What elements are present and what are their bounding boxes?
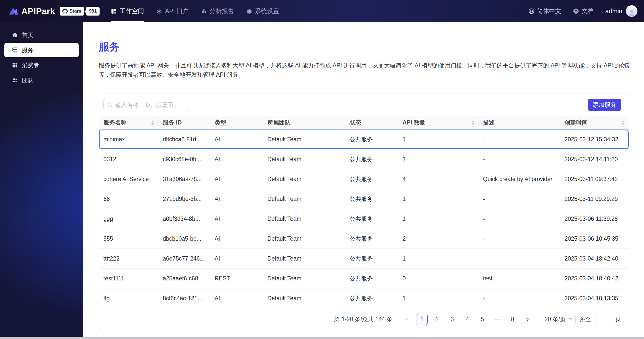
nav-item-label: 工作空间 <box>120 7 144 15</box>
service-api-count: 4 <box>398 176 478 183</box>
horizontal-scrollbar[interactable] <box>0 337 644 339</box>
service-type: AI <box>210 176 263 183</box>
jump-page-input[interactable] <box>595 314 611 325</box>
language-switcher[interactable]: 简体中文 <box>528 7 561 15</box>
consumers-icon <box>12 62 18 68</box>
sidebar-item-services[interactable]: 服务 <box>4 43 79 57</box>
sidebar-item-label: 消费者 <box>22 61 39 69</box>
nav-item-analytics[interactable]: 分析报告 <box>201 0 234 22</box>
search-box <box>103 99 188 111</box>
service-id: 8cf6c4ac-121... <box>158 295 210 302</box>
main-panel: 服务 服务提供了高性能 API 网关，并且可以无缝接入多种大型 AI 模型，并将… <box>83 22 644 337</box>
table-row[interactable]: ggga0bf3d34-8b...AIDefault Team公共服务1-202… <box>99 209 629 229</box>
service-type: AI <box>210 156 263 163</box>
table-header: 服务名称 服务 ID 类型 所属团队 状态 API 数量 描述 创建时间 <box>99 116 629 130</box>
apipark-app: APIPark Stars 991 工作空间 API 门户 分析报告 系统设置 <box>0 0 644 339</box>
column-header-label: 类型 <box>215 119 226 126</box>
next-page-button[interactable]: › <box>522 314 533 325</box>
github-stars-badge[interactable]: Stars 991 <box>60 7 100 16</box>
analytics-icon <box>201 8 207 14</box>
nav-item-portal[interactable]: API 门户 <box>156 0 188 22</box>
sidebar-item-teams[interactable]: 团队 <box>4 73 79 88</box>
nav-item-workspace[interactable]: 工作空间 <box>111 0 144 22</box>
service-status: 公共服务 <box>345 195 398 203</box>
service-team: Default Team <box>263 216 345 222</box>
service-team: Default Team <box>263 275 345 282</box>
page-description-line1: 服务提供了高性能 API 网关，并且可以无缝接入多种大型 AI 模型，并将这些 … <box>99 61 629 70</box>
column-header: 类型 <box>210 116 263 129</box>
page-number-button[interactable]: 5 <box>477 314 488 325</box>
page-size-select[interactable]: 20 条/页 <box>541 314 576 325</box>
service-name: 0312 <box>99 156 158 163</box>
add-service-button[interactable]: 添加服务 <box>588 99 621 111</box>
page-number-button[interactable]: 8 <box>507 314 518 325</box>
brand[interactable]: APIPark <box>8 6 55 16</box>
page-number-button[interactable]: 3 <box>447 314 458 325</box>
service-api-count: 1 <box>398 216 478 222</box>
docs-link[interactable]: ? 文档 <box>573 7 594 15</box>
table-row[interactable]: test1111a25aaef6-c68...RESTDefault Team公… <box>99 269 629 288</box>
service-created: 2025-03-12 15:34:32 <box>560 136 629 143</box>
user-menu[interactable]: admin <box>605 5 637 17</box>
service-type: REST <box>210 275 263 282</box>
page-number-button[interactable]: 2 <box>432 314 443 325</box>
jump-label: 跳至 <box>580 315 591 323</box>
service-team: Default Team <box>263 235 345 242</box>
column-header: 描述 <box>478 116 560 129</box>
table-row[interactable]: cohere AI Service31a306aa-78...AIDefault… <box>99 169 629 189</box>
service-api-count: 1 <box>398 196 478 202</box>
service-api-count: 1 <box>398 295 478 302</box>
prev-page-button[interactable]: ‹ <box>401 314 413 325</box>
service-id: 31a306aa-78... <box>158 176 210 183</box>
settings-icon <box>246 8 252 14</box>
service-name: test1111 <box>99 275 158 282</box>
column-header[interactable]: 创建时间 <box>560 116 629 129</box>
sort-carets-icon[interactable] <box>151 120 154 125</box>
service-api-count: 0 <box>398 275 478 282</box>
service-created: 2025-03-11 09:37:42 <box>560 176 629 183</box>
service-status: 公共服务 <box>345 294 398 302</box>
table-row[interactable]: 555dbcb10a5-be...AIDefault Team公共服务2-202… <box>99 229 629 249</box>
home-icon <box>12 32 18 38</box>
page-number-button[interactable]: 1 <box>417 314 428 325</box>
language-label: 简体中文 <box>537 7 561 15</box>
sidebar-item-consumers[interactable]: 消费者 <box>4 58 79 72</box>
chevron-down-icon <box>569 318 572 320</box>
column-header[interactable]: 服务名称 <box>99 116 158 129</box>
table-row[interactable]: ffg8cf6c4ac-121...AIDefault Team公共服务1-20… <box>99 288 629 308</box>
service-desc: - <box>478 156 560 163</box>
sidebar-item-label: 团队 <box>22 76 33 84</box>
service-status: 公共服务 <box>345 235 398 243</box>
service-team: Default Team <box>263 196 345 202</box>
service-type: AI <box>210 136 263 143</box>
service-desc: - <box>478 295 560 302</box>
sort-carets-icon[interactable] <box>622 120 625 125</box>
column-header: 状态 <box>345 116 398 129</box>
table-body: minimaxdffcbca6-81d...AIDefault Team公共服务… <box>99 130 629 308</box>
table-row[interactable]: minimaxdffcbca6-81d...AIDefault Team公共服务… <box>99 130 629 149</box>
service-id: dbcb10a5-be... <box>158 235 210 242</box>
services-icon <box>12 47 18 53</box>
nav-item-settings[interactable]: 系统设置 <box>246 0 279 22</box>
service-team: Default Team <box>263 156 345 163</box>
nav-item-label: API 门户 <box>165 7 188 15</box>
column-header: 所属团队 <box>263 116 345 129</box>
table-row[interactable]: tttt222a6e75c77-246...AIDefault Team公共服务… <box>99 249 629 269</box>
sidebar-item-home[interactable]: 首页 <box>4 28 79 42</box>
service-status: 公共服务 <box>345 175 398 183</box>
service-name: cohere AI Service <box>99 176 158 183</box>
service-id: a0bf3d34-8b... <box>158 216 210 222</box>
service-status: 公共服务 <box>345 255 398 263</box>
service-api-count: 1 <box>398 255 478 262</box>
table-row[interactable]: 0312c930c68e-0b...AIDefault Team公共服务1-20… <box>99 149 629 169</box>
github-stars-label: Stars <box>69 8 82 14</box>
sort-carets-icon[interactable] <box>471 120 474 125</box>
sidebar-item-label: 服务 <box>22 46 33 54</box>
page-number-button[interactable]: 4 <box>462 314 473 325</box>
search-input[interactable] <box>103 99 188 111</box>
table-row[interactable]: 66271bd9be-3b...AIDefault Team公共服务1-2025… <box>99 189 629 209</box>
service-name: minimax <box>99 136 158 143</box>
column-header[interactable]: API 数量 <box>398 116 478 129</box>
page-ellipsis[interactable]: ••• <box>492 314 503 325</box>
services-card: 添加服务 服务名称 服务 ID 类型 所属团队 状态 API 数量 描述 创建时… <box>99 94 629 330</box>
